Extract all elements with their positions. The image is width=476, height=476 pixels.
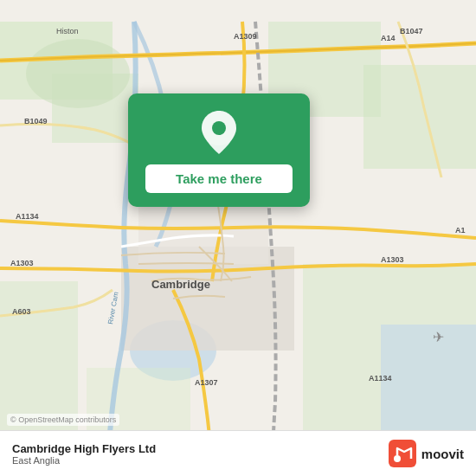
svg-rect-4 — [363, 65, 476, 169]
svg-text:A603: A603 — [12, 307, 31, 316]
svg-text:A1303: A1303 — [10, 259, 34, 267]
svg-text:River Cam: River Cam — [106, 291, 119, 325]
map-container: A14 A1309 B1049 A1134 A1303 A1303 A1 A60… — [0, 0, 476, 476]
moovit-logo: moovit — [389, 440, 464, 467]
svg-text:Cambridge: Cambridge — [151, 278, 210, 291]
location-title: Cambridge High Flyers Ltd — [12, 442, 156, 455]
svg-text:Histon: Histon — [56, 27, 79, 35]
svg-text:A1134: A1134 — [369, 374, 392, 383]
svg-point-2 — [26, 39, 130, 108]
svg-text:A14: A14 — [381, 34, 396, 42]
svg-text:B1049: B1049 — [24, 117, 48, 125]
map-svg: A14 A1309 B1049 A1134 A1303 A1303 A1 A60… — [0, 0, 476, 476]
location-info: Cambridge High Flyers Ltd East Anglia — [12, 442, 156, 466]
bottom-bar: Cambridge High Flyers Ltd East Anglia mo… — [0, 430, 476, 476]
svg-text:A1307: A1307 — [195, 378, 218, 387]
svg-point-29 — [212, 121, 226, 135]
svg-text:A1134: A1134 — [16, 212, 39, 221]
svg-text:A1309: A1309 — [234, 32, 257, 41]
map-attribution: © OpenStreetMap contributors — [7, 414, 119, 426]
svg-text:A1303: A1303 — [381, 255, 404, 264]
svg-text:B1047: B1047 — [400, 27, 423, 35]
moovit-label: moovit — [421, 447, 464, 461]
location-region: East Anglia — [12, 455, 156, 466]
take-me-there-button[interactable]: Take me there — [145, 164, 293, 193]
location-card: Take me there — [128, 93, 310, 207]
svg-text:A1: A1 — [455, 226, 466, 235]
svg-text:✈: ✈ — [433, 330, 444, 344]
moovit-icon — [389, 440, 416, 467]
svg-point-31 — [394, 455, 401, 462]
location-pin-icon — [200, 109, 238, 156]
